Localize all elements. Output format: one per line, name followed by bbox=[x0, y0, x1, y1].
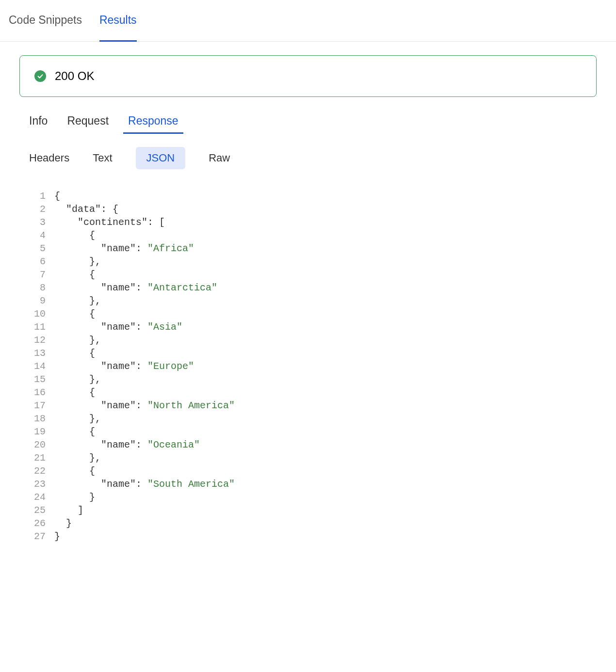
code-text: }, bbox=[54, 334, 101, 347]
code-line: 14 "name": "Europe" bbox=[29, 360, 597, 373]
code-line: 5 "name": "Africa" bbox=[29, 242, 597, 255]
sub-tab-info[interactable]: Info bbox=[29, 114, 48, 133]
code-text: }, bbox=[54, 412, 101, 425]
line-number: 6 bbox=[29, 255, 46, 268]
json-string: "Antarctica" bbox=[147, 282, 217, 293]
json-string: "Asia" bbox=[147, 321, 182, 333]
json-string: "Europe" bbox=[147, 361, 194, 372]
code-text: "name": "Africa" bbox=[54, 242, 194, 255]
code-line: 26 } bbox=[29, 517, 597, 530]
code-line: 20 "name": "Oceania" bbox=[29, 438, 597, 451]
code-text: { bbox=[54, 425, 95, 438]
line-number: 19 bbox=[29, 425, 46, 438]
code-text: { bbox=[54, 268, 95, 281]
code-line: 27} bbox=[29, 530, 597, 543]
line-number: 11 bbox=[29, 320, 46, 334]
code-text: }, bbox=[54, 294, 101, 307]
status-box: 200 OK bbox=[19, 55, 597, 97]
line-number: 14 bbox=[29, 360, 46, 373]
line-number: 2 bbox=[29, 203, 46, 216]
code-line: 17 "name": "North America" bbox=[29, 399, 597, 412]
code-line: 8 "name": "Antarctica" bbox=[29, 281, 597, 294]
code-line: 13 { bbox=[29, 347, 597, 360]
line-number: 16 bbox=[29, 386, 46, 399]
code-text: } bbox=[54, 517, 72, 530]
code-text: }, bbox=[54, 373, 101, 386]
line-number: 1 bbox=[29, 190, 46, 203]
code-line: 15 }, bbox=[29, 373, 597, 386]
code-text: { bbox=[54, 386, 95, 399]
line-number: 18 bbox=[29, 412, 46, 425]
line-number: 8 bbox=[29, 281, 46, 294]
code-line: 9 }, bbox=[29, 294, 597, 307]
format-tab-raw[interactable]: Raw bbox=[209, 147, 230, 169]
line-number: 12 bbox=[29, 334, 46, 347]
code-line: 22 { bbox=[29, 464, 597, 478]
code-line: 21 }, bbox=[29, 451, 597, 464]
code-text: "data": { bbox=[54, 203, 118, 216]
code-text: "continents": [ bbox=[54, 216, 165, 229]
code-line: 2 "data": { bbox=[29, 203, 597, 216]
line-number: 13 bbox=[29, 347, 46, 360]
line-number: 15 bbox=[29, 373, 46, 386]
line-number: 9 bbox=[29, 294, 46, 307]
json-string: "Africa" bbox=[147, 243, 194, 254]
code-line: 11 "name": "Asia" bbox=[29, 320, 597, 334]
format-tab-json[interactable]: JSON bbox=[136, 147, 186, 169]
sub-tab-request[interactable]: Request bbox=[67, 114, 109, 133]
code-text: ] bbox=[54, 504, 83, 517]
code-text: { bbox=[54, 347, 95, 360]
format-tab-headers[interactable]: Headers bbox=[29, 147, 69, 169]
line-number: 20 bbox=[29, 438, 46, 451]
line-number: 4 bbox=[29, 229, 46, 242]
code-text: "name": "North America" bbox=[54, 399, 235, 412]
code-text: { bbox=[54, 464, 95, 478]
line-number: 22 bbox=[29, 464, 46, 478]
top-tab-code-snippets[interactable]: Code Snippets bbox=[9, 14, 82, 41]
code-line: 12 }, bbox=[29, 334, 597, 347]
top-tabs: Code SnippetsResults bbox=[0, 0, 616, 42]
code-line: 1{ bbox=[29, 190, 597, 203]
line-number: 25 bbox=[29, 504, 46, 517]
code-text: } bbox=[54, 530, 60, 543]
code-text: } bbox=[54, 491, 95, 504]
line-number: 27 bbox=[29, 530, 46, 543]
code-line: 10 { bbox=[29, 307, 597, 320]
content: 200 OK InfoRequestResponse HeadersTextJS… bbox=[0, 42, 616, 557]
line-number: 5 bbox=[29, 242, 46, 255]
sub-tabs: InfoRequestResponse bbox=[19, 114, 597, 133]
line-number: 23 bbox=[29, 478, 46, 491]
code-line: 4 { bbox=[29, 229, 597, 242]
json-string: "Oceania" bbox=[147, 439, 200, 450]
code-line: 23 "name": "South America" bbox=[29, 478, 597, 491]
code-line: 7 { bbox=[29, 268, 597, 281]
line-number: 17 bbox=[29, 399, 46, 412]
sub-tab-response[interactable]: Response bbox=[128, 114, 178, 133]
line-number: 3 bbox=[29, 216, 46, 229]
format-tab-text[interactable]: Text bbox=[93, 147, 112, 169]
code-text: "name": "Asia" bbox=[54, 320, 182, 334]
code-line: 18 }, bbox=[29, 412, 597, 425]
top-tab-results[interactable]: Results bbox=[99, 14, 137, 41]
json-string: "South America" bbox=[147, 479, 235, 490]
code-text: "name": "Europe" bbox=[54, 360, 194, 373]
format-tabs: HeadersTextJSONRaw bbox=[19, 147, 597, 169]
code-text: "name": "South America" bbox=[54, 478, 235, 491]
code-text: }, bbox=[54, 451, 101, 464]
code-line: 25 ] bbox=[29, 504, 597, 517]
success-icon bbox=[34, 70, 46, 82]
json-string: "North America" bbox=[147, 400, 235, 411]
line-number: 26 bbox=[29, 517, 46, 530]
code-text: { bbox=[54, 307, 95, 320]
json-code-block: 1{2 "data": {3 "continents": [4 {5 "name… bbox=[19, 190, 597, 543]
code-text: "name": "Antarctica" bbox=[54, 281, 217, 294]
status-text: 200 OK bbox=[55, 69, 94, 83]
line-number: 10 bbox=[29, 307, 46, 320]
code-text: "name": "Oceania" bbox=[54, 438, 200, 451]
line-number: 7 bbox=[29, 268, 46, 281]
code-text: }, bbox=[54, 255, 101, 268]
line-number: 24 bbox=[29, 491, 46, 504]
code-line: 16 { bbox=[29, 386, 597, 399]
code-text: { bbox=[54, 229, 95, 242]
code-line: 24 } bbox=[29, 491, 597, 504]
